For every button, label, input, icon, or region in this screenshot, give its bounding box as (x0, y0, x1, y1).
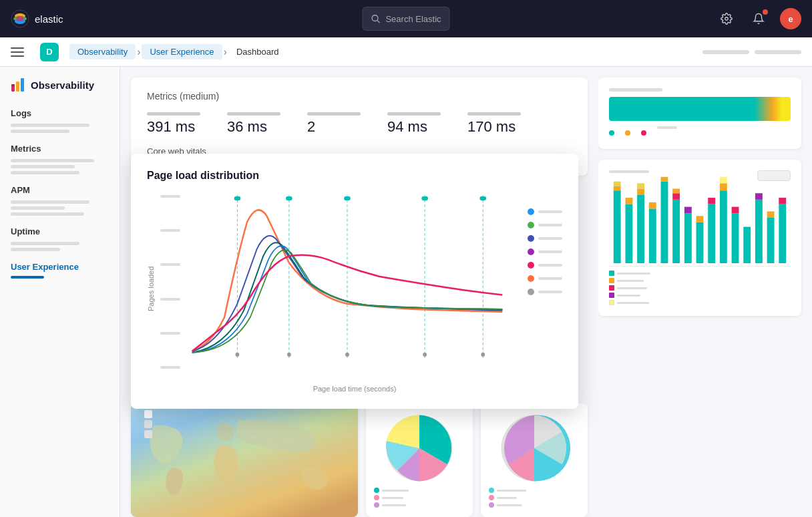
elastic-logo-text: elastic (35, 13, 63, 25)
svg-point-5 (372, 15, 378, 21)
apm-bar-2 (11, 206, 65, 210)
elastic-logo[interactable]: elastic (11, 9, 63, 28)
pie-label-2-2 (497, 497, 517, 499)
svg-point-7 (725, 17, 729, 21)
svg-rect-56 (755, 200, 763, 263)
breadcrumb-item-user-experience[interactable]: User Experience (142, 44, 222, 59)
bar-chart-bars (609, 186, 791, 267)
svg-point-26 (481, 353, 485, 357)
svg-rect-55 (743, 227, 751, 263)
chart-legend (528, 208, 562, 295)
svg-rect-17 (234, 196, 241, 200)
breadcrumb-item-dashboard[interactable]: Dashboard (228, 44, 287, 59)
metric-1: 391 ms (147, 112, 200, 136)
bar-legend-row-3 (609, 285, 791, 291)
main-layout: Observability Logs Metrics APM (0, 67, 812, 517)
search-bar[interactable]: Search Elastic (362, 7, 449, 31)
svg-rect-29 (614, 190, 621, 263)
bar-legend-label-2 (617, 280, 644, 282)
bar-legend-row (609, 126, 791, 138)
metric-value-4: 94 ms (387, 118, 441, 136)
legend-item-3 (528, 235, 562, 242)
pie-dot-1-2 (374, 495, 379, 500)
svg-rect-38 (649, 202, 656, 209)
metric-3: 2 (307, 112, 361, 136)
legend-text-4 (538, 250, 562, 253)
sidebar: Observability Logs Metrics APM (0, 67, 120, 517)
svg-point-4 (16, 16, 24, 21)
svg-rect-42 (672, 193, 680, 200)
pie-dot-1-3 (374, 502, 379, 508)
metric-bar-2 (227, 112, 280, 116)
right-panel (598, 67, 812, 517)
legend-dot-3 (528, 235, 534, 242)
map-legend-3 (144, 430, 152, 438)
legend-dot-1 (528, 208, 534, 215)
map-card (131, 403, 358, 517)
svg-rect-58 (767, 218, 775, 263)
map-legend (144, 410, 152, 438)
metrics-bars (11, 159, 109, 174)
svg-rect-47 (696, 216, 704, 222)
legend-item-1 (528, 208, 562, 215)
pie-dot-1-1 (374, 488, 379, 493)
svg-rect-21 (479, 196, 486, 200)
hamburger-menu[interactable] (11, 41, 32, 63)
pie-dot-2-2 (489, 495, 494, 500)
apm-bar-1 (11, 200, 89, 204)
map-svg (131, 403, 358, 517)
pie-label-1-2 (382, 497, 403, 499)
svg-rect-39 (661, 182, 668, 263)
tab-avatar[interactable]: D (40, 43, 59, 61)
hamburger-line-2 (11, 51, 24, 53)
bar-legend-color-2 (609, 278, 614, 283)
bar-legend-row-1 (609, 271, 791, 276)
bc-control-1 (702, 50, 749, 54)
svg-rect-49 (708, 198, 715, 204)
breadcrumb-sep-1: › (137, 46, 140, 58)
legend-dot-2 (528, 222, 534, 228)
pie-label-2-3 (497, 504, 522, 506)
sidebar-item-metrics[interactable]: Metrics (11, 144, 109, 154)
breadcrumb-item-observability[interactable]: Observability (69, 44, 136, 59)
page-load-distribution-popup: Page load distribution Pages loaded (131, 154, 578, 409)
bar-legend-text (657, 126, 677, 129)
right-card-bar (598, 77, 801, 149)
legend-item-4 (528, 248, 562, 255)
legend-text-1 (538, 210, 562, 213)
sidebar-header: Observability (0, 77, 120, 103)
breadcrumb-bar: D Observability › User Experience › Dash… (0, 37, 812, 67)
sidebar-item-uptime[interactable]: Uptime (11, 226, 109, 236)
user-avatar[interactable]: e (780, 8, 801, 29)
logs-bar-1 (11, 124, 89, 127)
svg-rect-48 (708, 204, 715, 263)
ytick-6 (160, 366, 180, 369)
settings-button[interactable] (716, 8, 737, 29)
apm-bar-3 (11, 212, 84, 216)
uptime-bars (11, 242, 109, 251)
legend-item-6 (528, 275, 562, 282)
chart-wrapper: Pages loaded (147, 195, 562, 382)
svg-rect-45 (684, 207, 692, 214)
sidebar-item-apm[interactable]: APM (11, 185, 109, 195)
content-scroll: Metrics (medium) 391 ms 36 ms 2 (120, 67, 598, 517)
bar-legend-color-4 (609, 293, 614, 298)
svg-rect-44 (684, 213, 692, 263)
sidebar-title: Observability (31, 79, 94, 91)
svg-rect-32 (625, 204, 632, 263)
content-area: Metrics (medium) 391 ms 36 ms 2 (120, 67, 598, 517)
metrics-bar-2 (11, 165, 75, 168)
metrics-row: 391 ms 36 ms 2 94 ms (147, 112, 572, 136)
sidebar-item-user-experience[interactable]: User Experience (11, 262, 109, 272)
svg-rect-19 (344, 196, 351, 200)
hamburger-line-1 (11, 47, 24, 49)
notifications-button[interactable] (748, 8, 769, 29)
legend-text-2 (538, 224, 562, 226)
y-axis-label: Pages loaded (147, 195, 155, 382)
metric-4: 94 ms (387, 112, 441, 136)
sidebar-item-logs[interactable]: Logs (11, 108, 109, 118)
svg-line-6 (377, 21, 380, 23)
notification-badge (763, 9, 768, 15)
popup-title: Page load distribution (147, 170, 562, 182)
svg-rect-53 (732, 213, 739, 263)
